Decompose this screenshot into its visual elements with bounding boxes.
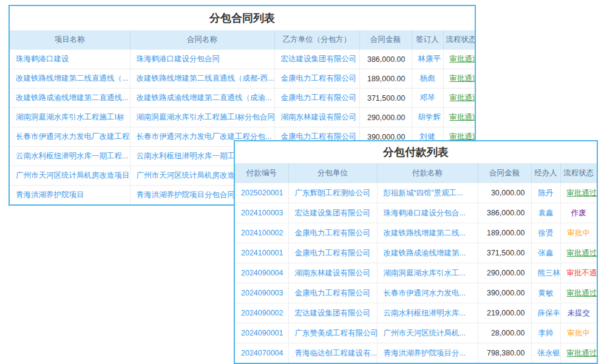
payment-amount: 290,000.00 [478,263,531,283]
payment-name-link[interactable]: 青海洪湖养护院项目分... [377,343,478,363]
project-name-link[interactable]: 广州市天河区统计局机房改造项目 [10,166,130,186]
payment-name-link[interactable]: 改建铁路成渝线增建第... [377,243,478,263]
column-header-payment_name: 付款名称 [377,163,478,183]
contract-name-link[interactable]: 改建铁路成渝线增建第二直通线（成渝... [130,89,274,108]
contract-name-link[interactable]: 珠海鹤港口建设分包合同 [130,50,274,69]
table-row: 2024090003金康电力工程有限公司长春市伊通河水力发电...390,000… [235,283,597,303]
payment-amount: 28,000.00 [478,323,531,343]
payment-no-link[interactable]: 2024090002 [235,303,288,323]
subcontract-unit-link[interactable]: 金康电力工程有限公司 [288,283,377,303]
party-b-link[interactable]: 金康电力工程有限公司 [274,69,359,89]
payment-amount: 386,000.00 [478,203,531,223]
status-badge[interactable]: 审批中 [560,323,597,343]
subcontract-unit-link[interactable]: 广东辉朗工程测绘公司 [288,183,377,203]
subcontract-unit-link[interactable]: 广东赞美成工程有限公司 [288,323,377,343]
payment-no-link[interactable]: 2024090001 [235,323,288,343]
party-b-link[interactable]: 宏达建设集团有限公司 [274,50,359,69]
handler-link[interactable]: 薛保丰 [531,303,560,323]
handler-link[interactable]: 熊三林 [531,263,560,283]
status-badge[interactable]: 审批不通过 [560,263,597,283]
table-row: 2024100002金康电力工程有限公司改建铁路线增建第二线...189,000… [235,223,597,243]
project-name-link[interactable]: 云南水利枢纽潜明水库一期工程... [10,147,130,166]
project-name-link[interactable]: 湖南洞庭湖水库引水工程施工I标 [10,108,130,127]
signer-link[interactable]: 杨彪 [412,69,443,89]
page: 分包合同列表 项目名称合同名称乙方单位（分包方）合同金额签订人流程状态 珠海鹤港… [0,0,607,364]
column-header-amount: 合同金额 [359,30,412,50]
subcontract-unit-link[interactable]: 宏达建设集团有限公司 [288,303,377,323]
payment-name-link[interactable]: 珠海鹤港口建设分包合... [377,203,478,223]
payment-name-link[interactable]: 改建铁路线增建第二线... [377,223,478,243]
handler-link[interactable]: 张永银 [531,343,560,363]
payment-no-link[interactable]: 2024090003 [235,283,288,303]
payment-no-link[interactable]: 2024090004 [235,263,288,283]
status-badge[interactable]: 审批通过 [443,89,475,108]
status-badge[interactable]: 审批通过 [443,69,475,89]
table-row: 珠海鹤港口建设珠海鹤港口建设分包合同宏达建设集团有限公司386,000.00林康… [10,50,475,69]
table-row: 改建铁路成渝线增建第二直通线...改建铁路成渝线增建第二直通线（成渝...金康电… [10,89,475,108]
party-b-link[interactable]: 金康电力工程有限公司 [274,89,359,108]
status-badge[interactable]: 审批通过 [443,108,475,127]
payment-table: 付款编号分包单位付款名称合同金额经办人流程状态 2025020001广东辉朗工程… [235,163,597,363]
column-header-status: 流程状态 [443,30,475,50]
handler-link[interactable]: 张鑫 [531,243,560,263]
payment-no-link[interactable]: 2024100003 [235,203,288,223]
table-row: 2024090002宏达建设集团有限公司云南水利枢纽潜明水库...219,000… [235,303,597,323]
status-badge[interactable]: 未提交 [560,303,597,323]
payment-no-link[interactable]: 2024100001 [235,243,288,263]
column-header-contract: 合同名称 [130,30,274,50]
party-b-link[interactable]: 湖南东林建设有限公司 [274,108,359,127]
payment-name-link[interactable]: 云南水利枢纽潜明水库... [377,303,478,323]
table-row: 2024090001广东赞美成工程有限公司广州市天河区统计局机...28,000… [235,323,597,343]
status-badge[interactable]: 审批通过 [560,243,597,263]
status-badge[interactable]: 审批通过 [560,283,597,303]
column-header-project: 项目名称 [10,30,130,50]
payment-name-link[interactable]: 湖南洞庭湖水库引水工... [377,263,478,283]
column-header-unit: 分包单位 [288,163,377,183]
contract-amount: 290,000.00 [359,108,412,127]
payment-no-link[interactable]: 2024070004 [235,343,288,363]
table-row: 2024070004青海临达创工程建设有...青海洪湖养护院项目分...798,… [235,343,597,363]
contract-name-link[interactable]: 改建铁路线增建第二线直通线（成都-西... [130,69,274,89]
signer-link[interactable]: 林康平 [412,50,443,69]
column-header-amount: 合同金额 [478,163,531,183]
project-name-link[interactable]: 改建铁路成渝线增建第二直通线... [10,89,130,108]
column-header-party_b: 乙方单位（分包方） [274,30,359,50]
project-name-link[interactable]: 长春市伊通河水力发电厂改建工程 [10,127,130,147]
status-badge[interactable]: 审批通过 [560,343,597,363]
handler-link[interactable]: 徐贤 [531,223,560,243]
payment-amount: 371,500.00 [478,243,531,263]
project-name-link[interactable]: 珠海鹤港口建设 [10,50,130,69]
column-header-status: 流程状态 [560,163,597,183]
contract-amount: 386,000.00 [359,50,412,69]
status-badge[interactable]: 审批中 [560,223,597,243]
project-name-link[interactable]: 青海洪湖养护院项目 [10,186,130,205]
subcontract-unit-link[interactable]: 金康电力工程有限公司 [288,243,377,263]
payment-amount: 390,000.00 [478,283,531,303]
status-badge[interactable]: 作废 [560,203,597,223]
project-name-link[interactable]: 改建铁路线增建第二线直通线（... [10,69,130,89]
handler-link[interactable]: 黄敏 [531,283,560,303]
table-row: 2024100003宏达建设集团有限公司珠海鹤港口建设分包合...386,000… [235,203,597,223]
subcontract-unit-link[interactable]: 金康电力工程有限公司 [288,223,377,243]
payment-amount: 798,380.00 [478,343,531,363]
handler-link[interactable]: 袁鑫 [531,203,560,223]
handler-link[interactable]: 李帅 [531,323,560,343]
contract-name-link[interactable]: 湖南洞庭湖水库引水工程施工I标分包合同 [130,108,274,127]
column-header-handler: 经办人 [531,163,560,183]
payment-name-link[interactable]: 广州市天河区统计局机... [377,323,478,343]
table-row: 2024100001金康电力工程有限公司改建铁路成渝线增建第...371,500… [235,243,597,263]
signer-link[interactable]: 邓琴 [412,89,443,108]
handler-link[interactable]: 陈丹 [531,183,560,203]
payment-name-link[interactable]: 长春市伊通河水力发电... [377,283,478,303]
payment-amount: 219,000.00 [478,303,531,323]
status-badge[interactable]: 审批通过 [443,50,475,69]
payment-name-link[interactable]: 彭祖新城“四馆”景观工... [377,183,478,203]
payment-no-link[interactable]: 2025020001 [235,183,288,203]
subcontract-unit-link[interactable]: 湖南东林建设有限公司 [288,263,377,283]
signer-link[interactable]: 胡学辉 [412,108,443,127]
payment-table-header-row: 付款编号分包单位付款名称合同金额经办人流程状态 [235,163,597,183]
subcontract-unit-link[interactable]: 青海临达创工程建设有... [288,343,377,363]
payment-no-link[interactable]: 2024100002 [235,223,288,243]
status-badge[interactable]: 审批通过 [560,183,597,203]
subcontract-unit-link[interactable]: 宏达建设集团有限公司 [288,203,377,223]
